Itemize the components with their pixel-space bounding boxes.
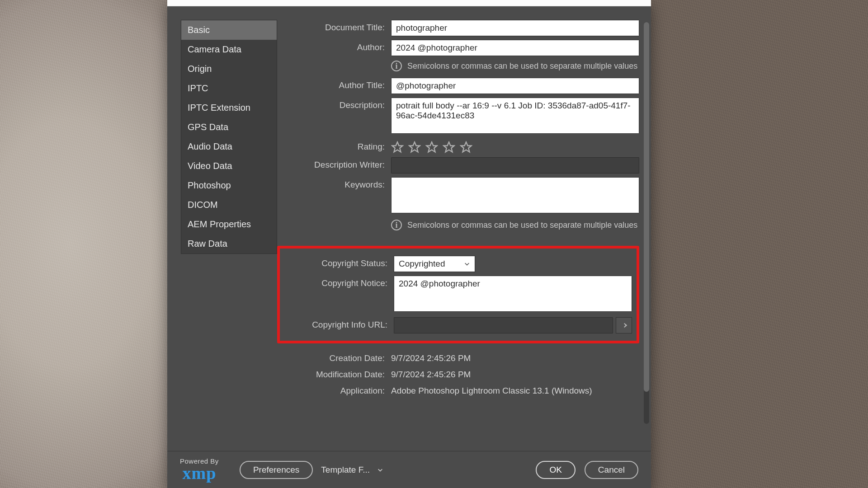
author-input[interactable]: [391, 40, 639, 56]
star-1-icon[interactable]: [391, 141, 404, 154]
template-dropdown[interactable]: Template F...: [321, 465, 383, 475]
sidebar-item-label: Origin: [188, 64, 212, 74]
sidebar-item-label: Camera Data: [188, 44, 241, 54]
sidebar-item-camera-data[interactable]: Camera Data: [181, 40, 277, 59]
sidebar-item-gps-data[interactable]: GPS Data: [181, 117, 277, 137]
copyright-status-select[interactable]: Copyrighted: [394, 256, 475, 272]
author-title-input[interactable]: [391, 78, 639, 94]
label-rating: Rating:: [277, 139, 391, 152]
sidebar-item-label: Video Data: [188, 161, 232, 171]
svg-marker-0: [392, 142, 402, 152]
modification-date-value: 9/7/2024 2:45:26 PM: [391, 367, 639, 380]
document-title-input[interactable]: [391, 20, 639, 36]
svg-marker-1: [409, 142, 420, 152]
sidebar-item-audio-data[interactable]: Audio Data: [181, 137, 277, 156]
star-2-icon[interactable]: [408, 141, 421, 154]
copyright-section-highlight: Copyright Status: Copyrighted Copyright …: [277, 246, 639, 343]
form-scrollbar[interactable]: [644, 22, 649, 424]
sidebar-item-label: Basic: [188, 25, 210, 35]
copyright-info-url-input[interactable]: [394, 317, 613, 333]
template-label: Template F...: [321, 465, 370, 475]
rating-stars: [391, 139, 639, 154]
dialog-body: Basic Camera Data Origin IPTC IPTC Exten…: [167, 6, 651, 451]
sidebar-item-label: Raw Data: [188, 239, 227, 249]
sidebar-item-video-data[interactable]: Video Data: [181, 156, 277, 176]
open-url-icon: [619, 320, 629, 330]
copyright-status-value: Copyrighted: [399, 259, 445, 269]
info-icon: i: [391, 61, 402, 71]
label-application: Application:: [277, 383, 391, 396]
sidebar-item-label: Photoshop: [188, 180, 231, 190]
author-hint: i Semicolons or commas can be used to se…: [391, 58, 639, 78]
sidebar-item-label: GPS Data: [188, 122, 228, 132]
basic-form: Document Title: Author: i Semicolons or …: [277, 6, 651, 451]
xmp-branding: Powered By xmp: [180, 458, 219, 482]
label-description: Description:: [277, 98, 391, 110]
svg-marker-4: [461, 142, 471, 152]
keywords-textarea[interactable]: [391, 177, 639, 213]
file-info-dialog: Basic Camera Data Origin IPTC IPTC Exten…: [167, 0, 651, 488]
label-modification-date: Modification Date:: [277, 367, 391, 380]
dialog-toolbar: [167, 0, 651, 6]
sidebar-item-label: IPTC: [188, 83, 208, 93]
label-description-writer: Description Writer:: [277, 157, 391, 170]
xmp-logo: xmp: [183, 465, 217, 482]
sidebar-item-photoshop[interactable]: Photoshop: [181, 176, 277, 195]
description-textarea[interactable]: [391, 98, 639, 134]
application-value: Adobe Photoshop Lightroom Classic 13.1 (…: [391, 383, 639, 396]
sidebar-item-label: Audio Data: [188, 141, 232, 151]
sidebar-item-label: IPTC Extension: [188, 103, 250, 113]
star-5-icon[interactable]: [460, 141, 472, 154]
info-icon: i: [391, 220, 402, 230]
sidebar-item-label: AEM Properties: [188, 219, 251, 229]
open-url-button[interactable]: [616, 317, 632, 333]
ok-button[interactable]: OK: [536, 461, 575, 479]
chevron-down-icon: [377, 467, 383, 473]
sidebar-item-dicom[interactable]: DICOM: [181, 195, 277, 215]
label-keywords: Keywords:: [277, 177, 391, 190]
dialog-footer: Powered By xmp Preferences Template F...…: [167, 451, 651, 488]
preferences-button[interactable]: Preferences: [240, 461, 313, 479]
label-document-title: Document Title:: [277, 20, 391, 33]
label-author: Author:: [277, 40, 391, 52]
keywords-hint: i Semicolons or commas can be used to se…: [391, 217, 639, 237]
star-3-icon[interactable]: [425, 141, 438, 154]
label-creation-date: Creation Date:: [277, 351, 391, 363]
creation-date-value: 9/7/2024 2:45:26 PM: [391, 351, 639, 363]
label-author-title: Author Title:: [277, 78, 391, 90]
label-copyright-info-url: Copyright Info URL:: [280, 317, 394, 330]
hint-text: Semicolons or commas can be used to sepa…: [407, 61, 637, 71]
svg-marker-3: [443, 142, 454, 152]
description-writer-input[interactable]: [391, 157, 639, 174]
label-copyright-status: Copyright Status:: [280, 256, 394, 268]
sidebar-item-aem[interactable]: AEM Properties: [181, 215, 277, 234]
sidebar-item-basic[interactable]: Basic: [181, 20, 277, 40]
hint-text: Semicolons or commas can be used to sepa…: [407, 221, 637, 230]
sidebar-item-iptc[interactable]: IPTC: [181, 79, 277, 98]
sidebar-item-raw-data[interactable]: Raw Data: [181, 234, 277, 253]
chevron-down-icon: [464, 261, 470, 267]
svg-marker-2: [426, 142, 437, 152]
cancel-button[interactable]: Cancel: [585, 461, 638, 479]
copyright-notice-textarea[interactable]: [394, 276, 632, 312]
category-sidebar: Basic Camera Data Origin IPTC IPTC Exten…: [181, 20, 277, 254]
sidebar-item-origin[interactable]: Origin: [181, 59, 277, 79]
label-copyright-notice: Copyright Notice:: [280, 276, 394, 288]
sidebar-item-iptc-ext[interactable]: IPTC Extension: [181, 98, 277, 117]
star-4-icon[interactable]: [443, 141, 455, 154]
sidebar-item-label: DICOM: [188, 200, 218, 210]
